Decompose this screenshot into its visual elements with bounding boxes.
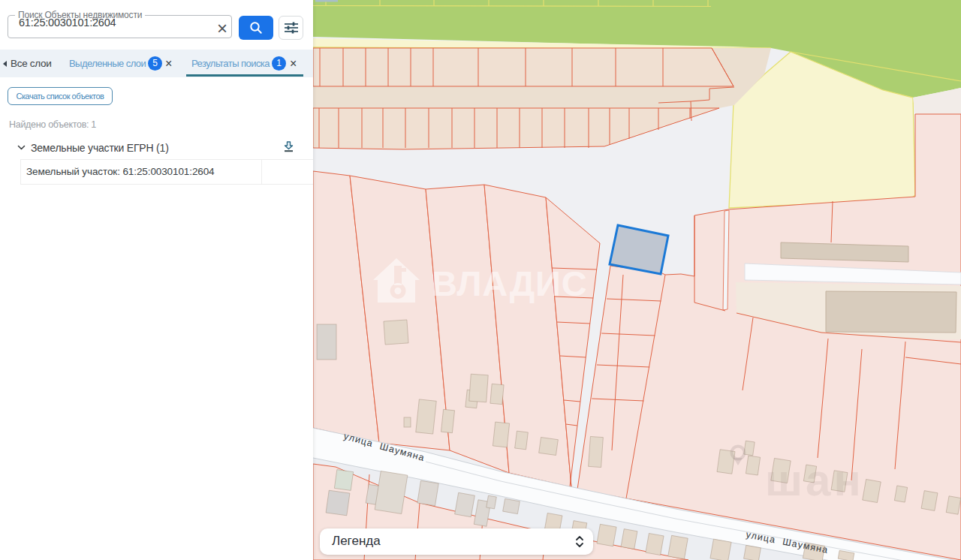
svg-text:шан: шан bbox=[765, 455, 864, 505]
svg-text:ВЛАДИС: ВЛАДИС bbox=[432, 263, 587, 303]
